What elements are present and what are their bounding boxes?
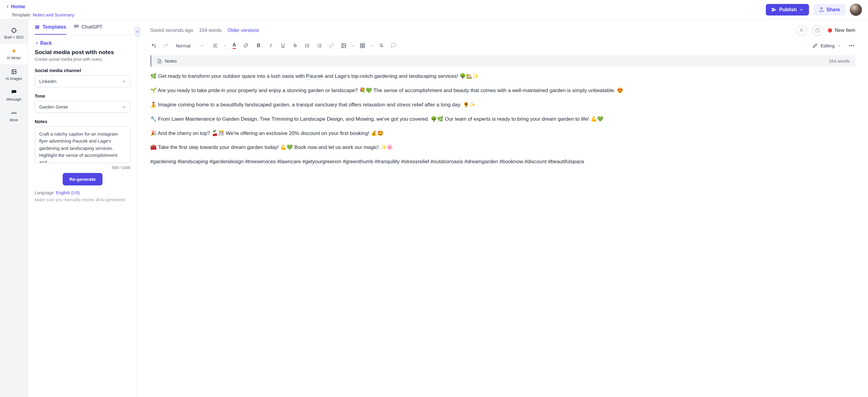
svg-point-23 xyxy=(305,47,306,47)
tab-templates[interactable]: Templates xyxy=(35,24,66,35)
more-toolbar-button[interactable] xyxy=(846,40,857,51)
align-left-icon xyxy=(213,43,218,48)
chevron-down-icon xyxy=(351,44,354,47)
link-button[interactable] xyxy=(326,40,337,51)
svg-rect-12 xyxy=(37,25,38,29)
older-versions-link[interactable]: Older versions xyxy=(227,28,259,33)
language-line: Language: English (US) xyxy=(35,190,130,195)
notes-textarea[interactable] xyxy=(35,127,130,163)
editor-toolbar: Normal A B I U S 123 Editing xyxy=(137,37,868,55)
channel-label: Social media channel xyxy=(35,68,130,73)
share-button[interactable]: Share xyxy=(813,4,845,15)
panel-title: Social media post with notes xyxy=(35,49,130,56)
mention-lage[interactable]: Lage xyxy=(335,73,346,79)
publish-button[interactable]: Publish xyxy=(766,4,809,15)
editor-content[interactable]: Notes 164 words 🌿 Get ready to transform… xyxy=(137,55,868,397)
svg-point-10 xyxy=(15,112,17,114)
text-color-icon: A xyxy=(232,42,236,49)
bold-button[interactable]: B xyxy=(253,40,264,51)
new-item-indicator[interactable]: New Item xyxy=(828,28,855,33)
text-color-button[interactable]: A xyxy=(229,40,240,51)
bolt-icon xyxy=(11,48,17,54)
italic-button[interactable]: I xyxy=(265,40,276,51)
chevron-down-icon xyxy=(122,105,126,109)
svg-text:3: 3 xyxy=(317,46,318,48)
mention-paucek[interactable]: Paucek xyxy=(306,73,323,79)
paragraph-style-select[interactable]: Normal xyxy=(173,43,207,48)
image-chevron[interactable] xyxy=(350,40,356,51)
clear-format-button[interactable] xyxy=(376,40,387,51)
undo-button[interactable] xyxy=(148,40,159,51)
table-button[interactable] xyxy=(357,40,368,51)
svg-point-9 xyxy=(13,112,14,114)
highlight-button[interactable] xyxy=(241,40,252,51)
comment-icon xyxy=(391,43,396,48)
editing-mode-select[interactable]: Editing xyxy=(810,43,844,48)
add-item-button[interactable] xyxy=(812,25,823,36)
chevron-left-icon xyxy=(5,5,10,9)
dots-icon xyxy=(11,110,17,116)
chevron-down-icon xyxy=(200,44,204,47)
svg-point-40 xyxy=(851,45,852,46)
table-icon xyxy=(360,43,365,48)
undo-icon xyxy=(151,43,157,48)
notes-label: Notes xyxy=(35,119,130,124)
notes-word-count: 164 words xyxy=(829,58,850,64)
chevron-down-icon xyxy=(838,44,841,47)
rail-message[interactable]: Message xyxy=(0,85,28,106)
italic-icon: I xyxy=(270,43,272,48)
sidebar: Templates ChatGPT Back Social media post… xyxy=(28,20,137,397)
svg-point-22 xyxy=(305,45,306,46)
svg-point-21 xyxy=(305,44,306,45)
rail-brief-seo[interactable]: Brief + SEO xyxy=(0,23,28,44)
avatar[interactable] xyxy=(850,4,862,16)
bullet-list-button[interactable] xyxy=(302,40,313,51)
svg-point-41 xyxy=(853,45,854,46)
image-icon xyxy=(341,43,346,48)
table-chevron[interactable] xyxy=(369,40,375,51)
chat-icon xyxy=(11,89,17,95)
notes-header-bar: Notes 164 words xyxy=(150,55,855,67)
channel-select[interactable]: LinkedIn xyxy=(35,75,130,87)
tone-select[interactable]: Garden Genie xyxy=(35,101,130,113)
notes-char-count: 569 / 1000 xyxy=(35,165,130,170)
image-button[interactable] xyxy=(338,40,349,51)
svg-point-34 xyxy=(343,44,343,45)
document-body[interactable]: 🌿 Get ready to transform your outdoor sp… xyxy=(150,72,855,166)
strike-icon: S xyxy=(293,43,297,48)
tab-chatgpt[interactable]: ChatGPT xyxy=(73,24,102,35)
underline-icon: U xyxy=(281,43,285,48)
rail-more[interactable]: More xyxy=(0,106,28,127)
rail-ai-writer[interactable]: AI Writer xyxy=(0,44,28,64)
align-chevron[interactable] xyxy=(222,40,227,51)
align-button[interactable] xyxy=(210,40,221,51)
rail-ai-images[interactable]: AI Images xyxy=(0,64,28,85)
nav-rail: Brief + SEO AI Writer AI Images Message … xyxy=(0,20,28,397)
list-number-icon: 123 xyxy=(317,43,322,48)
template-link[interactable]: Notes and Summary xyxy=(33,12,74,17)
back-link[interactable]: Back xyxy=(35,39,130,49)
chevron-down-icon xyxy=(799,8,804,12)
upload-icon xyxy=(819,7,824,12)
regenerate-button[interactable]: Re-generate xyxy=(63,173,102,186)
home-label: Home xyxy=(11,4,25,10)
user-plus-icon xyxy=(799,28,804,33)
tone-label: Tone xyxy=(35,93,130,98)
editor-pane: Saved seconds ago 164 words Older versio… xyxy=(137,20,868,397)
dots-icon xyxy=(849,45,854,46)
collapse-sidebar-handle[interactable] xyxy=(134,26,141,37)
redo-button[interactable] xyxy=(161,40,172,51)
add-collaborator-button[interactable] xyxy=(796,25,807,36)
language-link[interactable]: English (US) xyxy=(56,190,80,195)
notes-header-label: Notes xyxy=(165,58,177,64)
send-icon xyxy=(771,7,777,12)
strike-button[interactable]: S xyxy=(289,40,301,51)
chat-icon xyxy=(73,24,79,30)
home-link[interactable]: Home xyxy=(3,2,74,11)
app-header: Home Template: Notes and Summary Publish… xyxy=(0,0,868,20)
underline-button[interactable]: U xyxy=(277,40,288,51)
chevron-down-icon xyxy=(223,44,226,47)
comment-button[interactable] xyxy=(388,40,399,51)
template-breadcrumb: Template: Notes and Summary xyxy=(11,12,74,17)
number-list-button[interactable]: 123 xyxy=(314,40,325,51)
